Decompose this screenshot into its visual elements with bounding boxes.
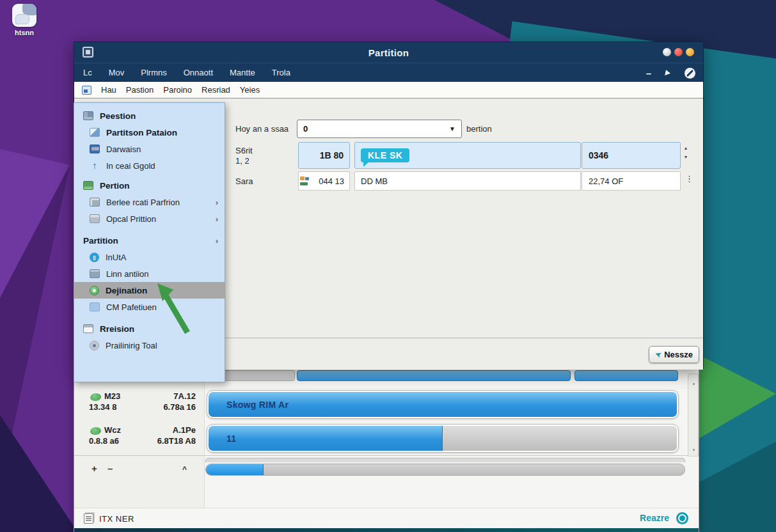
next-button[interactable]: ➤ Nessze <box>649 346 699 363</box>
menu-bar: Lc Mov Plrmns Onnaott Mantte Trola – <box>74 63 703 82</box>
menu-item-rreision[interactable]: Rreision <box>74 320 225 337</box>
next-button-label: Nessze <box>664 350 693 359</box>
partition-size: 13.34 8 <box>89 402 116 412</box>
panel-bottom-edge <box>74 528 699 532</box>
row-label: Sara <box>235 176 253 186</box>
slashed-circle-icon[interactable] <box>685 68 695 79</box>
minimize-icon[interactable]: – <box>646 68 651 78</box>
label-field[interactable]: KLE SK <box>354 142 581 169</box>
menu-item-linn-antiion[interactable]: Linn antiion <box>74 265 225 282</box>
partition-name: M23 <box>104 391 120 401</box>
overview-segment-blue-1[interactable] <box>297 370 571 381</box>
annotation-arrow-icon <box>150 280 196 336</box>
partition-bar[interactable]: Skowg RIM Ar <box>207 390 679 419</box>
partition-icon <box>90 427 101 435</box>
partition-bar-label: Skowg RIM Ar <box>226 400 289 410</box>
toolbar-app-icon <box>82 86 91 95</box>
toolbar-item-1[interactable]: Hau <box>101 85 116 95</box>
toolbar-item-5[interactable]: Yeies <box>240 85 260 95</box>
menu-item-dejination-highlighted[interactable]: Dejination <box>74 282 225 299</box>
free-space-field[interactable]: 0346 <box>582 142 681 169</box>
pause-circle-icon: || <box>90 253 99 262</box>
spinner-control[interactable]: ▴ ▾ <box>685 146 687 160</box>
panel-separator <box>74 455 699 456</box>
disk-usage-icon <box>300 176 309 185</box>
window-maximize-button[interactable] <box>686 48 694 56</box>
spin-down-icon[interactable]: ▾ <box>685 155 687 160</box>
menu-item-cm-pafetiuen[interactable]: CM Pafetiuen <box>74 299 225 315</box>
desktop-icon-label: htsnn <box>5 29 44 36</box>
menu-item-darwaisn[interactable]: Darwaisn <box>74 141 225 157</box>
size-cell: 044 13 <box>298 171 350 191</box>
partition-list-panel: M23 13.34 8 7A.12 6.78a 16 Skowg RIM Ar … <box>74 369 699 532</box>
partition-bar[interactable]: 11 <box>207 424 679 453</box>
document-icon <box>84 513 93 524</box>
desktop-icon-files[interactable]: htsnn <box>5 4 44 36</box>
collapse-button[interactable]: ^ <box>182 465 187 474</box>
green-table-icon <box>83 181 93 190</box>
cursor-icon: ➤ <box>654 350 662 359</box>
partition-used: A.1Pe <box>143 425 196 435</box>
resize-link[interactable]: Reazre <box>640 513 669 523</box>
up-arrow-icon: ↑ <box>90 161 100 170</box>
partition-bar-label: 11 <box>226 434 236 444</box>
menu-format[interactable]: Onnaott <box>184 68 213 77</box>
dropdown-suffix-label: bertion <box>466 124 492 134</box>
size-label-line2: 1, 2 <box>235 156 249 166</box>
menu-item-peestion[interactable]: Peestion <box>74 107 225 124</box>
drive-icon <box>90 214 100 223</box>
menu-item-partition-table[interactable]: Partitson Pataion <box>74 124 225 141</box>
submenu-chevron-icon: › <box>216 236 218 246</box>
partition-icon <box>90 393 101 401</box>
partition-bar-fill <box>209 426 443 451</box>
app-icon <box>83 47 93 58</box>
menu-item-inuta[interactable]: || InUtA <box>74 249 225 265</box>
toolbar-item-2[interactable]: Pastion <box>126 85 154 95</box>
folder-icon <box>90 269 100 278</box>
menu-item-in-ceai-ggold[interactable]: ↑ In ceai Ggold <box>74 157 225 174</box>
menu-item-prailinirig-toal[interactable]: Prailinirig Toal <box>74 337 225 354</box>
partition-size: 0.8.8 a6 <box>89 436 119 446</box>
status-action-button[interactable] <box>676 512 688 524</box>
partition-used: 7A.12 <box>143 391 196 401</box>
title-bar[interactable]: Partition <box>74 42 703 63</box>
submenu-chevron-icon: › <box>216 198 218 207</box>
menu-manage[interactable]: Mantte <box>230 68 255 77</box>
table-icon <box>83 111 93 120</box>
overview-segment-blue-2[interactable] <box>574 370 678 381</box>
menu-partitions[interactable]: Plrmns <box>141 68 166 77</box>
disk-dropdown[interactable]: 0 ▼ <box>297 120 462 138</box>
menu-file[interactable]: Lc <box>83 68 92 77</box>
menu-item-berlee-partition[interactable]: Berlee rcati Parfrion › <box>74 194 225 210</box>
menu-item-pertion[interactable]: Pertion <box>74 177 225 194</box>
toolbar-item-3[interactable]: Paroino <box>163 85 192 95</box>
scrollbar-dot <box>693 383 695 385</box>
disk-select-label: Hoy an a ssaa <box>235 124 289 134</box>
menu-tools[interactable]: Trola <box>272 68 290 77</box>
remove-button[interactable]: – <box>107 463 113 474</box>
blue-square-icon <box>90 302 100 311</box>
disk-dropdown-value: 0 <box>303 124 449 134</box>
cursor-arrow-icon <box>665 70 671 76</box>
size-label-line1: S6rit <box>235 146 253 155</box>
more-options-icon[interactable]: ⋮ <box>685 174 693 184</box>
size-cell-value: 044 13 <box>319 176 344 186</box>
devices-icon <box>90 198 100 207</box>
toolbar-item-4[interactable]: Resriad <box>202 85 230 95</box>
spin-up-icon[interactable]: ▴ <box>685 146 687 151</box>
menu-move[interactable]: Mov <box>109 68 125 77</box>
size-field[interactable]: 1B 80 <box>298 142 350 169</box>
window-minimize-button[interactable] <box>663 48 671 56</box>
total-cell: 22,74 OF <box>582 171 681 191</box>
menu-item-opcal-partition[interactable]: Opcal Prittion › <box>74 210 225 227</box>
chevron-down-icon: ▼ <box>449 125 455 132</box>
partition-free: 6.8T18 A8 <box>143 436 196 446</box>
desktop: htsnn M23 13.34 8 7A.12 6.78a 16 Skowg R… <box>0 0 776 532</box>
add-button[interactable]: + <box>91 463 97 474</box>
unit-cell: DD MB <box>354 171 581 191</box>
vertical-scrollbar[interactable] <box>688 373 699 457</box>
window-close-button[interactable] <box>674 48 683 56</box>
context-menu: Peestion Partitson Pataion Darwaisn ↑ In… <box>74 102 225 382</box>
menu-item-partition[interactable]: Partition › <box>74 232 225 249</box>
usage-progress-bar <box>205 464 685 476</box>
